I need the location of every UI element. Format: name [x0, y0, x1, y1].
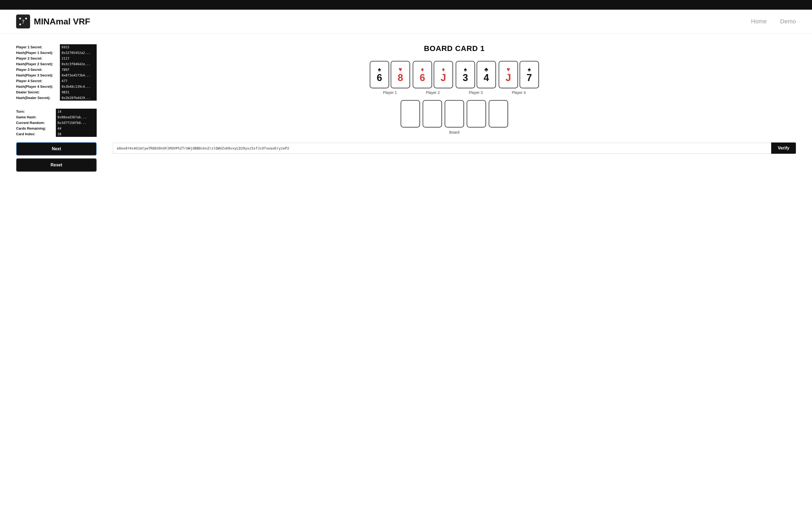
board-card-1	[423, 100, 442, 127]
card-p1-1: ♥8	[391, 61, 410, 88]
player-label-2: Player 2	[426, 90, 439, 95]
board-row	[113, 100, 796, 127]
secret-label-2: Player 2 Secret:	[16, 56, 60, 61]
right-panel: BOARD CARD 1 ♠6♥8Player 1♦6♦JPlayer 2♠3♣…	[113, 44, 796, 172]
secret-value-2: 2117	[60, 56, 97, 61]
card-p2-0: ♦6	[413, 61, 432, 88]
secret-label-1: Hash(Player 1 Secret):	[16, 50, 60, 56]
game-state-table: Turn:14Game Hash:0x08ead387ab...Current …	[16, 106, 97, 137]
board-card-3	[467, 100, 486, 127]
verify-input[interactable]	[113, 143, 771, 154]
secret-label-8: Dealer Secret:	[16, 89, 60, 95]
svg-rect-4	[19, 24, 21, 25]
secret-value-9: 0x2b28fbd429...	[60, 95, 97, 101]
secret-label-9: Hash(Dealer Secret):	[16, 95, 60, 101]
secret-row-0: Player 1 Secret:6915	[16, 44, 97, 50]
secret-row-2: Player 2 Secret:2117	[16, 56, 97, 61]
verify-bar: Verify	[113, 142, 796, 154]
svg-text:?: ?	[21, 18, 25, 25]
gamestate-row-1: Game Hash:0x08ead387ab...	[16, 114, 97, 120]
player-group-2: ♦6♦JPlayer 2	[413, 61, 453, 95]
player-group-4: ♥J♠7Player 4	[499, 61, 539, 95]
secret-label-6: Player 4 Secret:	[16, 78, 60, 84]
card-p3-1: ♣4	[477, 61, 496, 88]
secret-value-3: 0x3c3f84642e...	[60, 61, 97, 67]
secret-row-4: Player 3 Secret:7897	[16, 67, 97, 73]
nav-links: Home Demo	[751, 18, 796, 25]
secret-row-9: Hash(Dealer Secret):0x2b28fbd429...	[16, 95, 97, 101]
secret-label-5: Hash(Player 3 Secret):	[16, 73, 60, 78]
logo-area: ? MINAmal VRF	[16, 15, 751, 28]
secret-value-5: 0x073e4573b4...	[60, 73, 97, 78]
card-p3-0: ♠3	[456, 61, 475, 88]
secret-row-3: Hash(Player 2 Secret):0x3c3f84642e...	[16, 61, 97, 67]
player-label-1: Player 1	[383, 90, 396, 95]
secret-value-7: 0x3b48c139c4...	[60, 84, 97, 89]
main-content: Player 1 Secret:6915Hash(Player 1 Secret…	[0, 33, 812, 182]
top-bar	[0, 0, 812, 10]
gamestate-row-2: Current Random:0x3d7f158fb0...	[16, 120, 97, 125]
reset-button[interactable]: Reset	[16, 158, 97, 172]
navbar: ? MINAmal VRF Home Demo	[0, 10, 812, 33]
secret-value-1: 0x32705452a2...	[60, 50, 97, 56]
next-button[interactable]: Next	[16, 142, 97, 156]
home-link[interactable]: Home	[751, 18, 767, 25]
secret-value-8: 9831	[60, 89, 97, 95]
board-label: Board	[113, 130, 796, 134]
gamestate-row-3: Cards Remaining:44	[16, 125, 97, 131]
secrets-table: Player 1 Secret:6915Hash(Player 1 Secret…	[16, 44, 97, 101]
left-panel: Player 1 Secret:6915Hash(Player 1 Secret…	[16, 44, 97, 172]
secret-row-8: Dealer Secret:9831	[16, 89, 97, 95]
player-label-3: Player 3	[469, 90, 482, 95]
logo-icon: ?	[16, 15, 30, 28]
card-p1-0: ♠6	[370, 61, 389, 88]
secret-value-6: 477	[60, 78, 97, 84]
player-group-3: ♠3♣4Player 3	[456, 61, 496, 95]
player-group-1: ♠6♥8Player 1	[370, 61, 410, 95]
card-p4-1: ♠7	[520, 61, 539, 88]
secret-row-7: Hash(Player 4 Secret):0x3b48c139c4...	[16, 84, 97, 89]
secret-label-3: Hash(Player 2 Secret):	[16, 61, 60, 67]
board-card-4	[489, 100, 508, 127]
secret-value-4: 7897	[60, 67, 97, 73]
card-p4-0: ♥J	[499, 61, 518, 88]
secret-row-5: Hash(Player 3 Secret):0x073e4573b4...	[16, 73, 97, 78]
card-p2-1: ♦J	[434, 61, 453, 88]
player-label-4: Player 4	[512, 90, 525, 95]
board-title: BOARD CARD 1	[113, 44, 796, 53]
app-title: MINAmal VRF	[34, 17, 90, 27]
secret-label-7: Hash(Player 4 Secret):	[16, 84, 60, 89]
verify-button[interactable]: Verify	[771, 142, 796, 154]
gamestate-row-0: Turn:14	[16, 109, 97, 114]
secret-row-6: Player 4 Secret:477	[16, 78, 97, 84]
secret-row-1: Hash(Player 1 Secret):0x32705452a2...	[16, 50, 97, 56]
demo-link[interactable]: Demo	[780, 18, 796, 25]
svg-rect-3	[25, 18, 27, 19]
svg-rect-2	[19, 18, 21, 19]
players-row: ♠6♥8Player 1♦6♦JPlayer 2♠3♣4Player 3♥J♠7…	[113, 61, 796, 95]
board-card-2	[445, 100, 464, 127]
secret-label-4: Player 3 Secret:	[16, 67, 60, 73]
secret-value-0: 6915	[60, 44, 97, 50]
gamestate-row-4: Card Index:38	[16, 131, 97, 137]
secret-label-0: Player 1 Secret:	[16, 44, 60, 50]
board-card-0	[401, 100, 420, 127]
